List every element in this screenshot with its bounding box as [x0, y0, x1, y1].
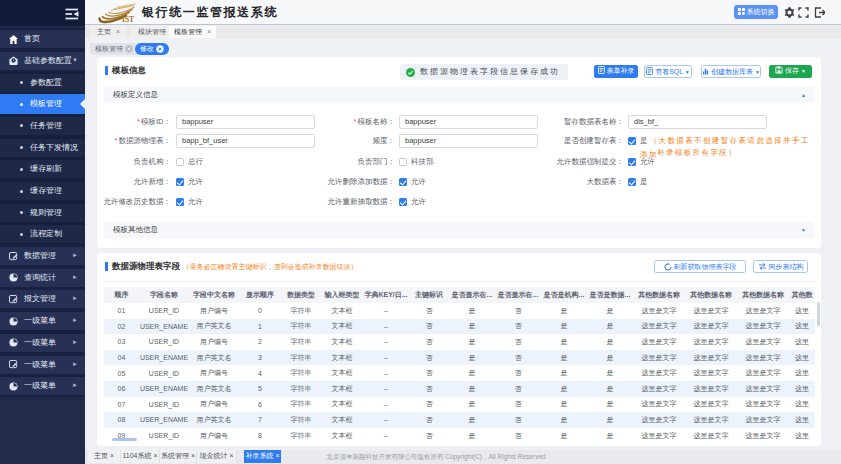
- svg-text:IST: IST: [122, 15, 134, 24]
